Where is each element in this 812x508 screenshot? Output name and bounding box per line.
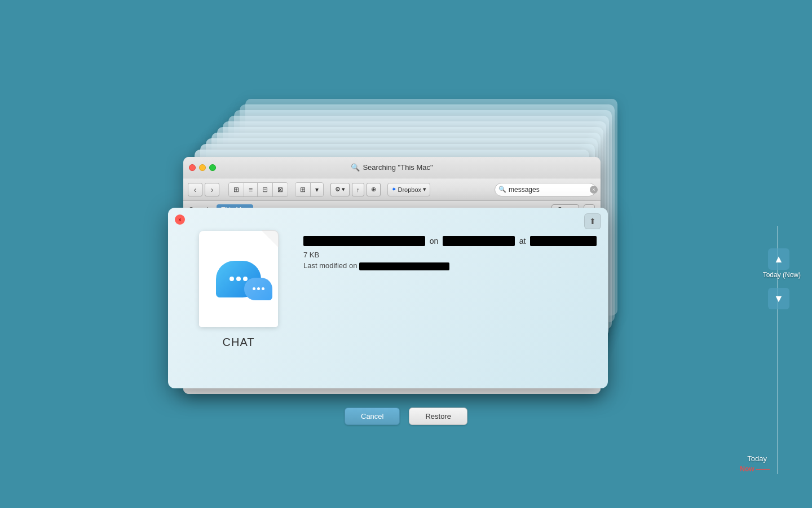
- dropbox-button[interactable]: ✦ Dropbox ▾: [387, 183, 431, 196]
- chat-dot-small-3: [262, 287, 264, 290]
- chat-dots-small: [253, 287, 264, 290]
- finder-title-icon: 🔍: [351, 163, 360, 172]
- today-label: Today: [747, 454, 767, 463]
- list-view-button[interactable]: ≡: [244, 183, 258, 196]
- preview-dialog: × ⬆: [168, 208, 608, 388]
- file-icon-area: CHAT: [191, 225, 286, 349]
- filename-row: on at: [303, 236, 597, 246]
- chat-dots: [230, 277, 248, 281]
- action-button[interactable]: ⚙ ▾: [330, 183, 350, 196]
- arrange-group: ⊞ ▾: [295, 182, 324, 197]
- finder-title: 🔍 Searching "This Mac": [351, 163, 433, 172]
- search-icon: 🔍: [498, 186, 506, 193]
- gallery-view-button[interactable]: ⊠: [273, 183, 288, 196]
- tag-icon: ⊕: [371, 186, 376, 193]
- fullscreen-button[interactable]: [209, 164, 216, 171]
- tag-button[interactable]: ⊕: [367, 183, 381, 196]
- at-text: at: [519, 237, 526, 246]
- column-view-button[interactable]: ⊟: [258, 183, 273, 196]
- share-icon: ↑: [356, 186, 360, 193]
- cancel-button[interactable]: Cancel: [345, 408, 400, 425]
- search-clear-button[interactable]: ×: [590, 186, 598, 194]
- chat-dot-small-1: [253, 287, 255, 290]
- chat-dot-small-2: [257, 287, 260, 290]
- chat-bubble-main: [216, 261, 261, 297]
- chat-bubble-secondary: [244, 278, 272, 300]
- file-label: CHAT: [223, 336, 255, 349]
- filename-redacted-2: [443, 236, 514, 246]
- share-button[interactable]: ↑: [352, 183, 364, 196]
- search-input[interactable]: messages: [509, 186, 588, 194]
- action-dropdown-icon: ▾: [342, 186, 345, 193]
- last-modified-date-redacted: [359, 262, 449, 270]
- finder-titlebar: 🔍 Searching "This Mac": [183, 157, 601, 178]
- forward-button[interactable]: ›: [205, 183, 219, 196]
- minimize-button[interactable]: [199, 164, 206, 171]
- icon-view-button[interactable]: ⊞: [229, 183, 244, 196]
- preview-close-button[interactable]: ×: [175, 214, 185, 225]
- dropbox-dropdown-icon: ▾: [423, 186, 426, 193]
- traffic-lights: [189, 164, 216, 171]
- down-arrow-icon: ▼: [774, 293, 784, 305]
- view-buttons: ⊞ ≡ ⊟ ⊠: [228, 182, 288, 197]
- back-button[interactable]: ‹: [188, 183, 202, 196]
- share-icon: ⬆: [589, 217, 596, 226]
- timemachine-down-button[interactable]: ▼: [768, 288, 789, 309]
- finder-toolbar: ‹ › ⊞ ≡ ⊟ ⊠ ⊞ ▾ ⚙ ▾ ↑ ⊕ ✦ Dropbox: [183, 178, 601, 201]
- arrange-button[interactable]: ⊞: [295, 183, 311, 196]
- arrange-dropdown-button[interactable]: ▾: [311, 183, 323, 196]
- last-modified-label: Last modified on: [303, 261, 357, 270]
- up-arrow-icon: ▲: [774, 253, 784, 265]
- file-size: 7 KB: [303, 251, 597, 259]
- dropbox-label: Dropbox: [398, 186, 422, 193]
- timemachine-up-button[interactable]: ▲: [768, 248, 789, 270]
- dropbox-icon: ✦: [391, 186, 396, 193]
- chat-dot-1: [230, 277, 234, 281]
- search-bar: 🔍 messages ×: [495, 183, 596, 196]
- close-button[interactable]: [189, 164, 196, 171]
- dialog-buttons: Cancel Restore: [345, 408, 467, 425]
- timemachine-now-label: Today (Now): [763, 271, 801, 279]
- now-label: Now ——: [740, 465, 770, 473]
- last-modified: Last modified on: [303, 261, 597, 270]
- chat-dot-3: [243, 277, 248, 281]
- chat-icon-container: [216, 261, 261, 297]
- file-paper: [199, 231, 278, 327]
- on-text: on: [430, 237, 439, 246]
- filename-redacted-1: [303, 236, 425, 246]
- finder-title-text: Searching "This Mac": [363, 163, 433, 172]
- restore-button[interactable]: Restore: [409, 408, 467, 425]
- chat-dot-2: [236, 277, 241, 281]
- gear-icon: ⚙: [335, 186, 341, 193]
- preview-share-button[interactable]: ⬆: [584, 213, 601, 229]
- close-icon: ×: [178, 217, 182, 223]
- preview-info: on at 7 KB Last modified on: [303, 236, 597, 270]
- filename-redacted-3: [530, 236, 597, 246]
